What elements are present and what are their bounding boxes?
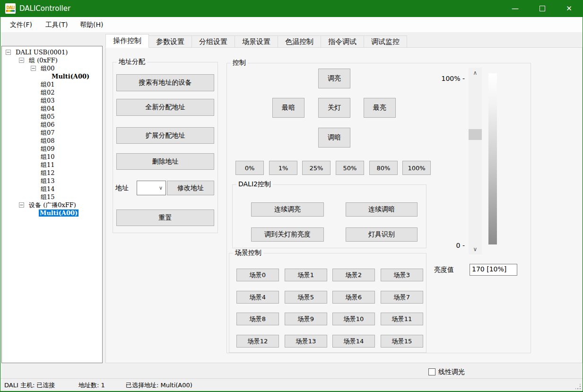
scroll-up-icon[interactable]: ∧ [469,68,482,78]
continuous-dim-down-button[interactable]: 连续调暗 [346,202,418,217]
restore-last-level-button[interactable]: 调到关灯前亮度 [251,227,324,242]
tree-item-group14[interactable]: 组14 [40,185,56,193]
menu-file[interactable]: 文件(F) [7,17,35,32]
maximize-button[interactable] [529,0,556,17]
tree-item-group04[interactable]: 组04 [40,105,56,113]
delete-address-button[interactable]: 删除地址 [116,153,214,170]
scene-9-button[interactable]: 场景9 [285,313,327,325]
percent-0-button[interactable]: 0% [235,161,264,175]
tree-item-group07[interactable]: 组07 [40,129,56,137]
address-combobox[interactable]: ∨ [137,181,166,195]
tree-item-group02[interactable]: 组02 [40,88,56,97]
lamp-identify-button[interactable]: 灯具识别 [346,227,418,242]
tree-row: 组03 [2,96,102,105]
tree-row: 组10 [2,153,102,161]
tab-scene-settings[interactable]: 场景设置 [235,35,278,48]
tree-expander-icon[interactable]: − [19,202,24,208]
tree-item-group13[interactable]: 组13 [40,177,56,185]
scene-3-button[interactable]: 场景3 [381,269,423,281]
scene-8-button[interactable]: 场景8 [236,313,279,325]
tab-command-debug[interactable]: 指令调试 [321,35,364,48]
tree-item-group11[interactable]: 组11 [40,161,56,169]
scene-5-button[interactable]: 场景5 [285,291,327,304]
scene-10-button[interactable]: 场景10 [332,313,375,325]
percent-25-button[interactable]: 25% [302,161,331,175]
max-brightness-button[interactable]: 最亮 [364,98,396,118]
tree-item-multi-a00[interactable]: Multi(A00) [51,73,90,80]
tree-item-multi-a00-selected[interactable]: Multi(A00) [39,209,78,217]
tree-item-group06[interactable]: 组06 [40,121,56,129]
status-host-connection: DALI 主机: 已连接 [4,381,55,390]
tree-item-group15[interactable]: 组15 [40,193,56,201]
tree-item-dali-usb[interactable]: DALI USB(0001) [15,49,69,56]
tree-item-group08[interactable]: 组08 [40,137,56,145]
brightness-value-field[interactable]: 170 [10%] [470,264,517,276]
assign-new-addresses-button[interactable]: 全新分配地址 [116,99,214,116]
titlebar: DALI DALIController — ✕ [0,0,583,17]
tree-item-group12[interactable]: 组12 [40,169,56,177]
tree-item-group10[interactable]: 组10 [40,153,56,161]
tree-row: 组06 [2,121,102,129]
modify-address-button[interactable]: 修改地址 [167,181,214,195]
menu-tools[interactable]: 工具(T) [43,17,70,32]
scene-0-button[interactable]: 场景0 [236,269,279,281]
tree-item-group00[interactable]: 组00 [40,64,56,73]
scene-control-group-title: 场景控制 [233,249,263,257]
percent-50-button[interactable]: 50% [336,161,364,175]
menu-help[interactable]: 帮助(H) [77,17,106,32]
tree-item-group09[interactable]: 组09 [40,145,56,153]
tree-item-group01[interactable]: 组01 [40,80,56,89]
reset-button[interactable]: 重置 [116,209,214,226]
dim-down-button[interactable]: 调暗 [318,128,350,148]
tree-expander-icon[interactable]: − [31,66,36,71]
percent-80-button[interactable]: 80% [369,161,398,175]
scene-11-button[interactable]: 场景11 [381,313,423,325]
scroll-down-icon[interactable]: ∨ [469,244,482,254]
tab-debug-monitor[interactable]: 调试监控 [364,35,407,48]
scrollbar-thumb[interactable] [469,129,482,140]
close-button[interactable]: ✕ [556,0,583,17]
tree-item-group03[interactable]: 组03 [40,96,56,105]
percent-1-button[interactable]: 1% [269,161,297,175]
brightness-scrollbar[interactable]: ∧ ∨ [469,68,482,254]
tree-expander-icon[interactable]: − [6,50,11,55]
linear-dimming-checkbox[interactable] [428,368,435,375]
tree-row: 组08 [2,137,102,145]
tree-item-group-root[interactable]: 组 (0xFF) [28,56,59,65]
min-brightness-button[interactable]: 最暗 [272,98,305,118]
tab-operation-control[interactable]: 操作控制 [105,34,149,48]
scene-15-button[interactable]: 场景15 [381,335,423,348]
tree-item-device-broadcast[interactable]: 设备 (广播0xFF) [28,201,77,209]
tab-grouping-settings[interactable]: 分组设置 [191,35,235,48]
tree-row: 组13 [2,177,102,185]
status-address-count: 地址数: 1 [78,381,105,390]
scene-13-button[interactable]: 场景13 [285,335,327,348]
scene-6-button[interactable]: 场景6 [332,291,375,304]
minimize-button[interactable]: — [502,0,529,17]
brightness-gradient-bar [488,73,497,244]
scene-1-button[interactable]: 场景1 [285,269,327,281]
scene-12-button[interactable]: 场景12 [236,335,279,348]
continuous-dim-up-button[interactable]: 连续调亮 [251,202,324,217]
percent-100-button[interactable]: 100% [402,161,431,175]
dim-up-button[interactable]: 调亮 [318,69,350,88]
tree-item-group05[interactable]: 组05 [40,113,56,121]
tab-color-temp-control[interactable]: 色温控制 [278,35,321,48]
scene-4-button[interactable]: 场景4 [236,291,279,304]
maximize-icon [539,6,545,11]
tree-row: 组11 [2,161,102,169]
lamp-off-button[interactable]: 关灯 [318,98,350,118]
dali2-control-group-title: DALI2控制 [236,180,273,189]
scene-7-button[interactable]: 场景7 [381,291,423,304]
resize-grip[interactable] [575,384,581,390]
linear-dimming-label: 线性调光 [438,368,465,376]
tree-row: − 设备 (广播0xFF) [2,201,102,209]
scene-2-button[interactable]: 场景2 [332,269,375,281]
scene-14-button[interactable]: 场景14 [332,335,375,348]
status-selected-address: 已选择地址: Multi(A00) [126,381,192,390]
extend-assign-addresses-button[interactable]: 扩展分配地址 [116,127,214,144]
tab-parameter-settings[interactable]: 参数设置 [148,35,192,48]
search-addressed-devices-button[interactable]: 搜索有地址的设备 [116,74,214,91]
tree-expander-icon[interactable]: − [19,58,24,63]
address-allocation-group-title: 地址分配 [117,58,147,66]
